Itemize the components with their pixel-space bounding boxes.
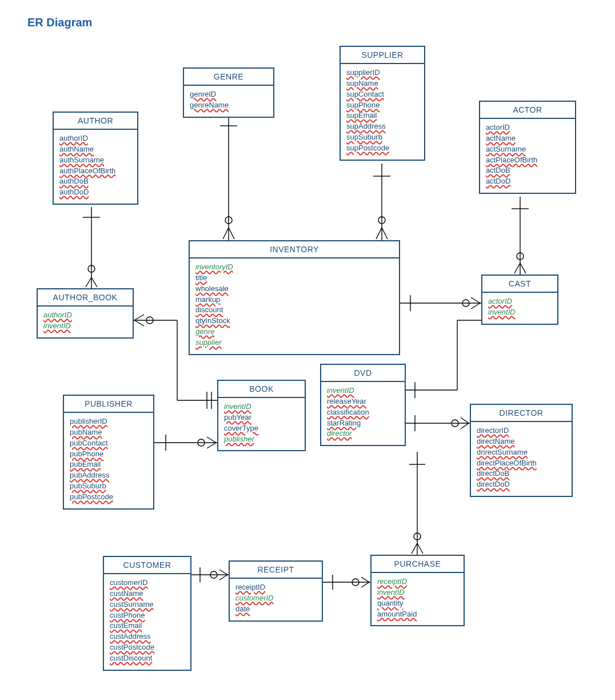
entity-genre: GENREgenreIDgenreName [183,67,274,118]
attribute: directDoD [477,479,566,490]
attribute: supplierID [346,67,418,78]
entity-body: inventoryIDtitlewholesalemarkupdiscountq… [190,258,399,354]
attribute: supPostcode [346,143,418,154]
svg-point-14 [378,217,385,224]
entity-inventory: INVENTORYinventoryIDtitlewholesalemarkup… [189,240,400,355]
attribute: amountPaid [377,609,458,620]
attribute: custName [110,588,185,599]
attribute: supContact [346,89,418,100]
svg-line-45 [461,423,469,429]
svg-point-56 [210,571,217,578]
svg-point-37 [198,439,205,446]
svg-line-3 [91,277,97,287]
svg-line-2 [86,277,91,287]
entity-header: GENRE [184,69,273,86]
attribute: supplier [195,337,393,348]
attribute: actName [486,133,569,144]
attribute: publisher [224,434,299,445]
attribute: qtyInStock [195,316,393,327]
entity-dvd: DVDinventIDreleaseYearclassificationstar… [320,364,406,446]
attribute: custAddress [110,631,185,642]
entity-body: actorIDinventID [482,293,557,324]
attribute: coverType [224,423,299,434]
entity-header: INVENTORY [190,241,399,258]
attribute: receiptID [235,582,316,593]
attribute: actorID [486,122,569,133]
svg-line-13 [382,228,388,239]
entity-body: authorIDinventID [38,307,133,337]
attribute: pubSuburb [70,481,147,492]
entity-header: BOOK [218,381,305,398]
svg-line-7 [223,228,229,239]
attribute: genre [195,327,393,337]
attribute: actorID [488,296,552,307]
svg-line-54 [219,570,227,575]
entity-author: AUTHORauthorIDauthNameauthSurnameauthPla… [53,112,138,205]
entity-header: ACTOR [480,102,575,119]
entity-header: AUTHOR_BOOK [38,289,133,307]
attribute: inventoryID [195,262,393,273]
attribute: pubContact [70,438,147,449]
attribute: directDoB [477,468,566,479]
attribute: actPlaceOfBirth [486,155,569,166]
svg-line-49 [412,543,417,554]
entity-body: genreIDgenreName [184,86,273,117]
entity-actor: ACTORactorIDactNameactSurnameactPlaceOfB… [479,101,576,194]
attribute: genreID [190,89,267,100]
attribute: genreName [190,100,267,111]
attribute: releaseYear [327,396,399,407]
attribute: authDoB [59,176,131,187]
attribute: actDoD [486,176,569,187]
attribute: authDoD [59,187,131,198]
attribute: custPostcode [110,642,185,653]
svg-point-4 [88,265,95,272]
svg-point-25 [146,317,153,324]
svg-line-31 [471,303,480,309]
attribute: customerID [235,593,316,604]
svg-line-12 [376,228,382,239]
entity-receipt: RECEIPTreceiptIDcustomerIDdate [229,560,323,622]
attribute: directorID [477,425,566,436]
attribute: title [195,273,393,284]
svg-line-36 [207,443,216,448]
attribute: pubAddress [70,470,147,481]
attribute: directPlaceOfBirth [477,458,566,469]
attribute: inventID [224,401,299,412]
entity-header: RECEIPT [230,562,322,579]
attribute: pubPostcode [70,492,147,503]
svg-point-9 [225,217,232,224]
attribute: date [235,604,316,615]
entity-publisher: PUBLISHERpublisherIDpubNamepubContactpub… [63,395,154,510]
entity-body: inventIDreleaseYearclassificationstarRat… [321,382,405,445]
attribute: pubPhone [70,449,147,460]
svg-line-23 [134,315,144,320]
entity-body: directorIDdirectNamedrirectSurnamedirect… [471,422,572,496]
svg-line-17 [514,263,520,273]
attribute: inventID [488,307,552,318]
attribute: supPhone [346,100,418,111]
attribute: supSuburb [346,132,418,143]
entity-header: DVD [321,365,405,382]
entity-body: customerIDcustNamecustSurnamecustPhonecu… [104,574,190,670]
attribute: quantity [377,598,458,609]
entity-book: BOOKinventIDpubYearcoverTypepublisher [217,380,306,451]
svg-line-8 [229,228,234,239]
svg-line-35 [207,437,216,443]
svg-line-50 [417,543,423,554]
attribute: classification [327,407,399,418]
svg-point-32 [462,300,469,307]
entity-header: DIRECTOR [471,405,572,422]
entity-header: CAST [482,276,557,293]
attribute: directName [477,436,566,447]
svg-line-18 [520,263,526,273]
attribute: starRating [327,418,399,429]
entity-body: inventIDpubYearcoverTypepublisher [218,398,305,450]
attribute: custPhone [110,610,185,621]
attribute: inventID [377,587,458,598]
entity-header: PUBLISHER [64,396,153,413]
attribute: authName [59,144,131,155]
entity-body: actorIDactNameactSurnameactPlaceOfBirtha… [480,119,575,193]
entity-author_book: AUTHOR_BOOKauthorIDinventID [37,288,134,339]
entity-body: supplierIDsupNamesupContactsupPhonesupEm… [341,64,424,160]
entity-header: CUSTOMER [104,557,190,574]
